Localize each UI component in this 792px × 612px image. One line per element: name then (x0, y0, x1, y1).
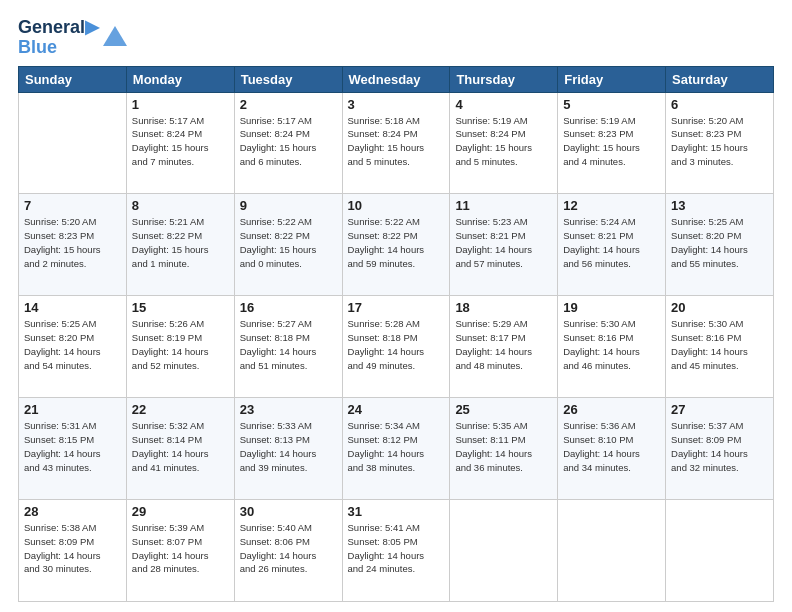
day-info: Sunrise: 5:23 AMSunset: 8:21 PMDaylight:… (455, 215, 552, 270)
calendar-cell (450, 500, 558, 602)
calendar-week-row: 1Sunrise: 5:17 AMSunset: 8:24 PMDaylight… (19, 92, 774, 194)
calendar-cell (666, 500, 774, 602)
calendar-cell: 4Sunrise: 5:19 AMSunset: 8:24 PMDaylight… (450, 92, 558, 194)
day-number: 27 (671, 402, 768, 417)
weekday-header: Tuesday (234, 66, 342, 92)
day-info: Sunrise: 5:30 AMSunset: 8:16 PMDaylight:… (671, 317, 768, 372)
day-number: 7 (24, 198, 121, 213)
day-info: Sunrise: 5:32 AMSunset: 8:14 PMDaylight:… (132, 419, 229, 474)
day-info: Sunrise: 5:39 AMSunset: 8:07 PMDaylight:… (132, 521, 229, 576)
calendar-cell: 9Sunrise: 5:22 AMSunset: 8:22 PMDaylight… (234, 194, 342, 296)
day-number: 9 (240, 198, 337, 213)
weekday-header-row: SundayMondayTuesdayWednesdayThursdayFrid… (19, 66, 774, 92)
logo: General▶ Blue (18, 18, 129, 58)
day-info: Sunrise: 5:27 AMSunset: 8:18 PMDaylight:… (240, 317, 337, 372)
day-info: Sunrise: 5:28 AMSunset: 8:18 PMDaylight:… (348, 317, 445, 372)
day-info: Sunrise: 5:17 AMSunset: 8:24 PMDaylight:… (240, 114, 337, 169)
day-number: 24 (348, 402, 445, 417)
day-number: 13 (671, 198, 768, 213)
day-number: 6 (671, 97, 768, 112)
calendar-cell: 20Sunrise: 5:30 AMSunset: 8:16 PMDayligh… (666, 296, 774, 398)
day-number: 14 (24, 300, 121, 315)
calendar-cell: 19Sunrise: 5:30 AMSunset: 8:16 PMDayligh… (558, 296, 666, 398)
calendar-cell: 13Sunrise: 5:25 AMSunset: 8:20 PMDayligh… (666, 194, 774, 296)
day-info: Sunrise: 5:31 AMSunset: 8:15 PMDaylight:… (24, 419, 121, 474)
day-info: Sunrise: 5:22 AMSunset: 8:22 PMDaylight:… (240, 215, 337, 270)
day-number: 21 (24, 402, 121, 417)
logo-blue: Blue (18, 38, 57, 58)
header: General▶ Blue (18, 18, 774, 58)
calendar-cell: 3Sunrise: 5:18 AMSunset: 8:24 PMDaylight… (342, 92, 450, 194)
weekday-header: Monday (126, 66, 234, 92)
day-info: Sunrise: 5:21 AMSunset: 8:22 PMDaylight:… (132, 215, 229, 270)
svg-marker-0 (103, 26, 127, 46)
day-number: 10 (348, 198, 445, 213)
day-info: Sunrise: 5:24 AMSunset: 8:21 PMDaylight:… (563, 215, 660, 270)
logo-icon (101, 24, 129, 52)
calendar-cell: 25Sunrise: 5:35 AMSunset: 8:11 PMDayligh… (450, 398, 558, 500)
calendar-week-row: 28Sunrise: 5:38 AMSunset: 8:09 PMDayligh… (19, 500, 774, 602)
day-info: Sunrise: 5:26 AMSunset: 8:19 PMDaylight:… (132, 317, 229, 372)
day-info: Sunrise: 5:34 AMSunset: 8:12 PMDaylight:… (348, 419, 445, 474)
day-info: Sunrise: 5:22 AMSunset: 8:22 PMDaylight:… (348, 215, 445, 270)
calendar-cell: 23Sunrise: 5:33 AMSunset: 8:13 PMDayligh… (234, 398, 342, 500)
day-number: 23 (240, 402, 337, 417)
calendar-cell: 17Sunrise: 5:28 AMSunset: 8:18 PMDayligh… (342, 296, 450, 398)
day-number: 30 (240, 504, 337, 519)
day-number: 31 (348, 504, 445, 519)
calendar-cell: 18Sunrise: 5:29 AMSunset: 8:17 PMDayligh… (450, 296, 558, 398)
day-info: Sunrise: 5:35 AMSunset: 8:11 PMDaylight:… (455, 419, 552, 474)
calendar-cell: 21Sunrise: 5:31 AMSunset: 8:15 PMDayligh… (19, 398, 127, 500)
day-number: 15 (132, 300, 229, 315)
day-number: 18 (455, 300, 552, 315)
calendar-table: SundayMondayTuesdayWednesdayThursdayFrid… (18, 66, 774, 602)
weekday-header: Saturday (666, 66, 774, 92)
day-info: Sunrise: 5:20 AMSunset: 8:23 PMDaylight:… (671, 114, 768, 169)
day-info: Sunrise: 5:25 AMSunset: 8:20 PMDaylight:… (671, 215, 768, 270)
day-info: Sunrise: 5:17 AMSunset: 8:24 PMDaylight:… (132, 114, 229, 169)
day-number: 26 (563, 402, 660, 417)
calendar-cell (19, 92, 127, 194)
calendar-cell: 2Sunrise: 5:17 AMSunset: 8:24 PMDaylight… (234, 92, 342, 194)
day-number: 4 (455, 97, 552, 112)
calendar-cell: 16Sunrise: 5:27 AMSunset: 8:18 PMDayligh… (234, 296, 342, 398)
day-number: 19 (563, 300, 660, 315)
calendar-cell: 29Sunrise: 5:39 AMSunset: 8:07 PMDayligh… (126, 500, 234, 602)
calendar-cell: 8Sunrise: 5:21 AMSunset: 8:22 PMDaylight… (126, 194, 234, 296)
calendar-cell: 31Sunrise: 5:41 AMSunset: 8:05 PMDayligh… (342, 500, 450, 602)
day-info: Sunrise: 5:40 AMSunset: 8:06 PMDaylight:… (240, 521, 337, 576)
day-number: 2 (240, 97, 337, 112)
day-info: Sunrise: 5:33 AMSunset: 8:13 PMDaylight:… (240, 419, 337, 474)
weekday-header: Wednesday (342, 66, 450, 92)
day-info: Sunrise: 5:38 AMSunset: 8:09 PMDaylight:… (24, 521, 121, 576)
calendar-cell: 24Sunrise: 5:34 AMSunset: 8:12 PMDayligh… (342, 398, 450, 500)
calendar-cell: 15Sunrise: 5:26 AMSunset: 8:19 PMDayligh… (126, 296, 234, 398)
calendar-cell: 1Sunrise: 5:17 AMSunset: 8:24 PMDaylight… (126, 92, 234, 194)
day-number: 8 (132, 198, 229, 213)
calendar-cell: 12Sunrise: 5:24 AMSunset: 8:21 PMDayligh… (558, 194, 666, 296)
calendar-cell: 14Sunrise: 5:25 AMSunset: 8:20 PMDayligh… (19, 296, 127, 398)
logo-name: General▶ (18, 18, 99, 38)
day-info: Sunrise: 5:25 AMSunset: 8:20 PMDaylight:… (24, 317, 121, 372)
day-info: Sunrise: 5:29 AMSunset: 8:17 PMDaylight:… (455, 317, 552, 372)
day-number: 29 (132, 504, 229, 519)
day-info: Sunrise: 5:41 AMSunset: 8:05 PMDaylight:… (348, 521, 445, 576)
calendar-week-row: 14Sunrise: 5:25 AMSunset: 8:20 PMDayligh… (19, 296, 774, 398)
calendar-cell: 27Sunrise: 5:37 AMSunset: 8:09 PMDayligh… (666, 398, 774, 500)
day-info: Sunrise: 5:18 AMSunset: 8:24 PMDaylight:… (348, 114, 445, 169)
calendar-cell (558, 500, 666, 602)
day-number: 17 (348, 300, 445, 315)
day-number: 11 (455, 198, 552, 213)
day-number: 20 (671, 300, 768, 315)
day-info: Sunrise: 5:30 AMSunset: 8:16 PMDaylight:… (563, 317, 660, 372)
calendar-cell: 26Sunrise: 5:36 AMSunset: 8:10 PMDayligh… (558, 398, 666, 500)
calendar-cell: 22Sunrise: 5:32 AMSunset: 8:14 PMDayligh… (126, 398, 234, 500)
calendar-week-row: 7Sunrise: 5:20 AMSunset: 8:23 PMDaylight… (19, 194, 774, 296)
day-number: 25 (455, 402, 552, 417)
calendar-cell: 10Sunrise: 5:22 AMSunset: 8:22 PMDayligh… (342, 194, 450, 296)
day-number: 12 (563, 198, 660, 213)
day-number: 16 (240, 300, 337, 315)
day-info: Sunrise: 5:37 AMSunset: 8:09 PMDaylight:… (671, 419, 768, 474)
day-number: 28 (24, 504, 121, 519)
calendar-cell: 6Sunrise: 5:20 AMSunset: 8:23 PMDaylight… (666, 92, 774, 194)
